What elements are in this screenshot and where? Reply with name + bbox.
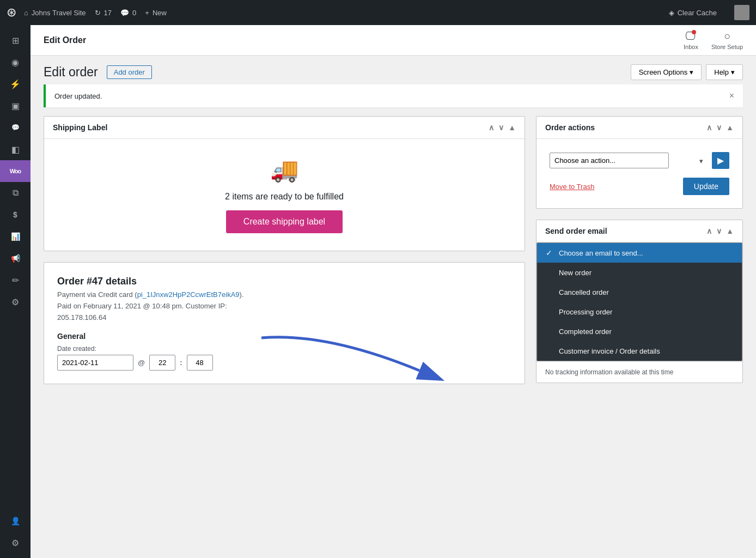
send-email-move-icon[interactable]: ▲ [726,227,734,235]
adminbar-updates[interactable]: ↻ 17 [95,9,112,17]
email-option-processing[interactable]: Processing order [537,302,742,322]
wp-logo-icon[interactable]: ⊛ [7,5,16,20]
email-dropdown-area: ✓ Choose an email to send... New order C… [536,242,742,383]
action-footer: Move to Trash Update [550,178,729,195]
admin-bar: ⊛ ⌂ Johns Travel Site ↻ 17 💬 0 + New ◈ C… [0,0,756,25]
lightning-icon: ⚡ [10,79,21,89]
order-payment-meta: Payment via Credit card (pi_1IJnxw2HpP2C… [57,289,511,323]
sidebar-item-users[interactable]: 👤 [0,510,31,532]
adminbar-site-name[interactable]: ⌂ Johns Travel Site [24,9,86,17]
send-email-collapse-icon[interactable]: ∧ [706,227,712,235]
order-number-title: Order #47 details [57,276,511,287]
sidebar-item-sales[interactable]: $ [0,204,31,226]
sidebar-item-updates[interactable]: ⚡ [0,73,31,95]
sidebar-item-settings[interactable]: ⚙ [0,291,31,313]
notice-close-button[interactable]: × [729,91,734,101]
page-title-area: Edit order Add order Screen Options ▾ He… [31,56,756,84]
admin-avatar[interactable] [734,5,749,20]
order-details-panel: Order #47 details Payment via Credit car… [44,262,525,384]
email-option-invoice[interactable]: Customer invoice / Order details [537,341,742,361]
plus-icon: + [145,9,149,17]
action-select-wrapper: Choose an action... Email invoice Regene… [550,153,708,168]
move-to-trash-link[interactable]: Move to Trash [550,183,594,191]
more-icon: ⚙ [11,538,19,548]
right-column: Order actions ∧ ∨ ▲ Choose an action... … [536,116,743,395]
sidebar-item-products[interactable]: ⧉ [0,182,31,204]
customer-ip: 205.178.106.64 [57,313,106,322]
email-dropdown-list: ✓ Choose an email to send... New order C… [536,242,742,361]
sidebar-item-analytics[interactable]: 📊 [0,226,31,247]
sidebar-item-comments[interactable]: 💬 [0,117,31,138]
run-action-button[interactable]: ▶ [712,152,729,169]
shipping-fulfillment-area: 🚚 2 items are ready to be fulfilled Crea… [44,139,525,251]
order-actions-expand-icon[interactable]: ∨ [716,123,722,132]
order-updated-notice: Order updated. × [44,84,743,107]
time-minute-input[interactable] [187,355,213,371]
sales-icon: $ [13,210,17,219]
help-chevron-icon: ▾ [731,68,735,76]
order-action-select[interactable]: Choose an action... Email invoice Regene… [550,153,669,168]
dashboard-icon: ⊞ [12,35,19,46]
order-actions-panel-header: Order actions ∧ ∨ ▲ [536,117,742,139]
fulfillment-text: 2 items are ready to be fulfilled [225,192,344,202]
email-option-cancelled[interactable]: Cancelled order [537,282,742,302]
order-actions-move-icon[interactable]: ▲ [726,123,734,132]
shipping-panel-move-icon[interactable]: ▲ [508,123,516,132]
order-actions-title: Order actions [545,123,595,132]
woo-icon: Woo [10,168,21,174]
create-shipping-label-button[interactable]: Create shipping label [226,210,343,233]
sidebar-item-dashboard[interactable]: ⊞ [0,29,31,51]
check-icon: ✓ [546,248,554,257]
shipping-label-title: Shipping Label [53,123,107,132]
order-actions-collapse-icon[interactable]: ∧ [706,123,712,132]
help-button[interactable]: Help ▾ [706,64,743,80]
payment-link[interactable]: pi_1IJnxw2HpP2CcwrEtB7eikA9 [137,290,240,299]
sidebar-item-woocommerce[interactable]: Woo [0,160,31,182]
order-actions-panel: Order actions ∧ ∨ ▲ Choose an action... … [536,116,743,209]
inbox-button[interactable]: 🖵 Inbox [684,30,698,50]
sidebar-item-tools[interactable]: ✏ [0,269,31,291]
send-email-expand-icon[interactable]: ∨ [716,227,722,235]
sidebar-item-more[interactable]: ⚙ [0,532,31,554]
main-layout: Shipping Label ∧ ∨ ▲ 🚚 2 items are ready… [31,116,756,395]
add-order-button[interactable]: Add order [107,65,152,79]
date-created-input[interactable] [57,355,133,371]
update-order-button[interactable]: Update [683,178,729,195]
sidebar-item-marketing[interactable]: 📢 [0,247,31,269]
action-select-row: Choose an action... Email invoice Regene… [550,152,729,169]
marketing-icon: 📢 [11,254,20,263]
sidebar-item-blocks[interactable]: ◧ [0,138,31,160]
adminbar-new[interactable]: + New [145,9,167,17]
check-placeholder-5 [546,347,554,355]
time-hour-input[interactable] [149,355,175,371]
check-placeholder-3 [546,307,554,316]
products-icon: ⧉ [13,188,19,198]
shipping-panel-collapse-icon[interactable]: ∧ [489,123,494,132]
shipping-label-panel: Shipping Label ∧ ∨ ▲ 🚚 2 items are ready… [44,116,525,251]
check-placeholder-2 [546,288,554,296]
analytics-icon: 📊 [11,232,20,241]
shipping-panel-expand-icon[interactable]: ∨ [498,123,504,132]
screen-options-button[interactable]: Screen Options ▾ [631,64,702,80]
blocks-icon: ◧ [11,144,20,155]
check-placeholder [546,268,554,277]
sidebar-item-appearance[interactable]: ◉ [0,51,31,73]
content-header-title: Edit Order [44,35,86,45]
email-option-choose[interactable]: ✓ Choose an email to send... [537,243,742,263]
order-details-body: Order #47 details Payment via Credit car… [44,263,525,384]
cache-icon: ◈ [669,9,674,17]
email-option-new-order[interactable]: New order [537,263,742,282]
adminbar-clear-cache[interactable]: ◈ Clear Cache [669,9,717,17]
store-setup-button[interactable]: ○ Store Setup [711,30,743,50]
comments-icon: 💬 [120,9,129,17]
adminbar-comments[interactable]: 💬 0 [120,9,136,17]
appearance-icon: ◉ [11,57,19,68]
settings-icon: ⚙ [11,297,19,307]
email-option-completed[interactable]: Completed order [537,322,742,341]
store-setup-icon: ○ [724,30,730,43]
at-separator: @ [138,359,145,367]
check-placeholder-4 [546,327,554,336]
shipping-label-panel-header: Shipping Label ∧ ∨ ▲ [44,117,525,139]
sidebar-item-pages[interactable]: ▣ [0,95,31,117]
tracking-info-text: No tracking information available at thi… [536,361,742,383]
